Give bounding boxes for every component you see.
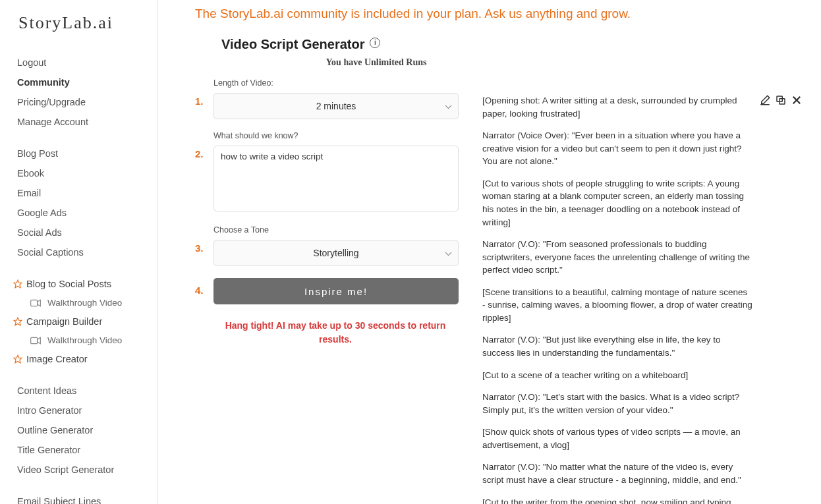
script-para: [Opening shot: A writer sitting at a des… xyxy=(482,94,752,120)
script-para: [Cut to various shots of people struggli… xyxy=(482,177,752,229)
video-icon xyxy=(30,337,41,345)
nav-blog-post[interactable]: Blog Post xyxy=(13,144,150,163)
video-icon xyxy=(30,299,41,307)
svg-marker-2 xyxy=(38,300,41,306)
runs-remaining: You have Unlimited Runs xyxy=(254,57,498,68)
script-para: Narrator (V.O): "From seasoned professio… xyxy=(482,238,752,277)
edit-icon[interactable] xyxy=(759,94,771,106)
svg-marker-5 xyxy=(38,337,41,343)
step-2-number: 2. xyxy=(195,131,213,159)
star-icon xyxy=(13,279,22,289)
nav-google-ads[interactable]: Google Ads xyxy=(13,203,150,223)
nav-pricing[interactable]: Pricing/Upgrade xyxy=(13,92,150,112)
know-textarea[interactable] xyxy=(213,146,459,211)
nav-ebook[interactable]: Ebook xyxy=(13,163,150,183)
tone-select[interactable]: Storytelling xyxy=(213,240,459,266)
sidebar: StoryLab.ai Logout Community Pricing/Upg… xyxy=(0,0,158,504)
tone-label: Choose a Tone xyxy=(213,225,459,235)
logo: StoryLab.ai xyxy=(13,13,150,33)
svg-marker-3 xyxy=(14,318,22,325)
nav-label: Walkthrough Video xyxy=(47,335,122,345)
nav-label: Walkthrough Video xyxy=(47,298,122,308)
nav-content-ideas[interactable]: Content Ideas xyxy=(13,381,150,401)
nav-intro-generator[interactable]: Intro Generator xyxy=(13,401,150,420)
script-para: Narrator (V.O): "But just like everythin… xyxy=(482,333,752,359)
star-icon xyxy=(13,317,22,326)
output-actions xyxy=(759,94,803,504)
svg-marker-6 xyxy=(14,355,22,363)
know-label: What should we know? xyxy=(213,131,459,140)
nav-label: Image Creator xyxy=(26,354,88,364)
nav-social-ads[interactable]: Social Ads xyxy=(13,223,150,242)
copy-icon[interactable] xyxy=(775,94,787,106)
nav-title-generator[interactable]: Title Generator xyxy=(13,440,150,460)
nav-walkthrough-2[interactable]: Walkthrough Video xyxy=(13,331,150,349)
loading-message: Hang tight! AI may take up to 30 seconds… xyxy=(213,319,457,347)
form-column: 1. Length of Video: 2 minutes 2. What sh… xyxy=(195,78,459,347)
nav-blog-to-social[interactable]: Blog to Social Posts xyxy=(13,274,150,294)
step-3-number: 3. xyxy=(195,225,213,254)
script-para: [Cut to the writer from the opening shot… xyxy=(482,496,752,505)
nav-logout[interactable]: Logout xyxy=(13,53,150,72)
nav-label: Blog to Social Posts xyxy=(26,279,111,289)
page-head: Video Script Generator i xyxy=(221,37,803,52)
nav-campaign-builder[interactable]: Campaign Builder xyxy=(13,312,150,331)
banner[interactable]: The StoryLab.ai community is included in… xyxy=(195,7,803,21)
close-icon[interactable] xyxy=(791,94,803,106)
star-icon xyxy=(13,354,22,364)
nav-community[interactable]: Community xyxy=(13,72,150,92)
length-label: Length of Video: xyxy=(213,78,459,88)
script-para: [Show quick shots of various types of vi… xyxy=(482,426,752,451)
step-4-number: 4. xyxy=(195,278,213,296)
main: The StoryLab.ai community is included in… xyxy=(158,0,821,504)
svg-rect-4 xyxy=(31,337,38,343)
svg-marker-0 xyxy=(14,280,22,288)
nav-top: Logout Community Pricing/Upgrade Manage … xyxy=(13,53,150,504)
nav-image-creator[interactable]: Image Creator xyxy=(13,349,150,369)
nav-email-subject-lines[interactable]: Email Subject Lines xyxy=(13,491,150,504)
script-para: Narrator (V.O): "Let's start with the ba… xyxy=(482,391,752,416)
nav-label: Campaign Builder xyxy=(26,316,102,327)
script-para: Narrator (Voice Over): "Ever been in a s… xyxy=(482,129,752,168)
nav-walkthrough-1[interactable]: Walkthrough Video xyxy=(13,294,150,312)
script-para: [Scene transitions to a beautiful, calmi… xyxy=(482,286,752,325)
step-1-number: 1. xyxy=(195,78,213,107)
info-icon[interactable]: i xyxy=(370,38,380,48)
page-title: Video Script Generator xyxy=(221,37,364,52)
nav-video-script-generator[interactable]: Video Script Generator xyxy=(13,460,150,480)
length-select[interactable]: 2 minutes xyxy=(213,93,459,119)
generated-script: [Opening shot: A writer sitting at a des… xyxy=(482,94,752,504)
script-para: [Cut to a scene of a teacher writing on … xyxy=(482,369,752,382)
svg-rect-1 xyxy=(31,300,38,306)
script-para: Narrator (V.O): "No matter what the natu… xyxy=(482,461,752,486)
nav-email[interactable]: Email xyxy=(13,183,150,203)
nav-outline-generator[interactable]: Outline Generator xyxy=(13,420,150,440)
nav-manage-account[interactable]: Manage Account xyxy=(13,112,150,132)
nav-social-captions[interactable]: Social Captions xyxy=(13,242,150,262)
output-column: [Opening shot: A writer sitting at a des… xyxy=(482,78,803,504)
inspire-button[interactable]: Inspire me! xyxy=(213,278,459,304)
